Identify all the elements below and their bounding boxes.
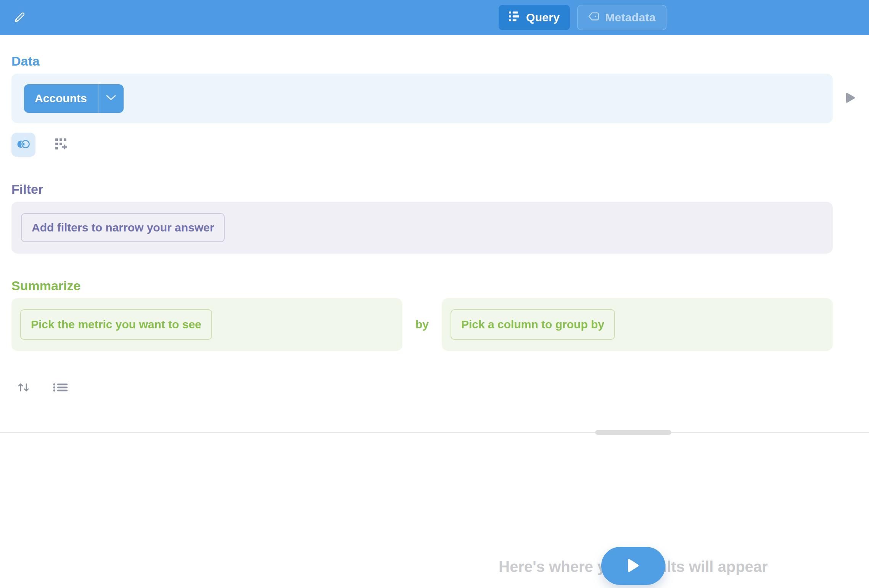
- chevron-down-icon: [106, 95, 116, 102]
- run-play-icon: [628, 558, 639, 574]
- filter-step-container: Add filters to narrow your answer: [11, 202, 833, 254]
- summarize-step-row: Pick the metric you want to see by Pick …: [11, 298, 833, 351]
- custom-column-button[interactable]: [49, 133, 73, 157]
- sort-button[interactable]: [11, 376, 35, 400]
- filter-section-label: Filter: [11, 183, 833, 196]
- table-picker-caret[interactable]: [98, 84, 124, 113]
- data-step-actions: [11, 133, 833, 157]
- custom-column-icon: [55, 138, 67, 151]
- group-by-step-container: Pick a column to group by: [442, 298, 833, 351]
- notebook-editor: Data Accounts: [0, 35, 869, 400]
- preview-step-button[interactable]: [846, 93, 855, 104]
- results-pane: Here's where your results will appear: [0, 433, 869, 588]
- play-triangle-icon: [846, 93, 855, 104]
- filter-section: Filter Add filters to narrow your answer: [11, 183, 833, 254]
- by-label: by: [415, 318, 429, 331]
- data-step-container: Accounts: [11, 74, 833, 123]
- join-data-button[interactable]: [11, 133, 35, 157]
- sort-icon: [18, 382, 30, 394]
- notebook-list-icon: [509, 11, 520, 24]
- run-query-button[interactable]: [601, 547, 665, 585]
- add-filter-button[interactable]: Add filters to narrow your answer: [21, 213, 225, 242]
- row-limit-list-icon: [53, 383, 69, 393]
- data-section-label: Data: [11, 55, 833, 67]
- top-header-bar: Query Metadata: [0, 0, 869, 35]
- query-builder-page: Query Metadata Data Accounts: [0, 0, 869, 588]
- summarize-section-label: Summarize: [11, 279, 833, 292]
- metric-step-container: Pick the metric you want to see: [11, 298, 402, 351]
- view-tabs: Query Metadata: [499, 5, 666, 30]
- pencil-icon: [14, 11, 26, 24]
- label-tag-icon: [588, 11, 599, 24]
- join-data-icon: [16, 139, 31, 150]
- table-picker-button[interactable]: Accounts: [24, 84, 124, 113]
- summarize-step-actions: [11, 376, 833, 400]
- tab-query-label: Query: [526, 11, 560, 24]
- pick-metric-button[interactable]: Pick the metric you want to see: [20, 309, 212, 340]
- pick-group-column-button[interactable]: Pick a column to group by: [451, 309, 615, 340]
- tab-metadata[interactable]: Metadata: [577, 5, 666, 30]
- edit-pencil-button[interactable]: [11, 9, 28, 26]
- tab-query[interactable]: Query: [499, 5, 570, 30]
- row-limit-button[interactable]: [49, 376, 73, 400]
- data-section: Data Accounts: [11, 55, 833, 157]
- summarize-section: Summarize Pick the metric you want to se…: [11, 279, 833, 400]
- tab-metadata-label: Metadata: [605, 11, 655, 24]
- table-picker-label[interactable]: Accounts: [24, 84, 98, 113]
